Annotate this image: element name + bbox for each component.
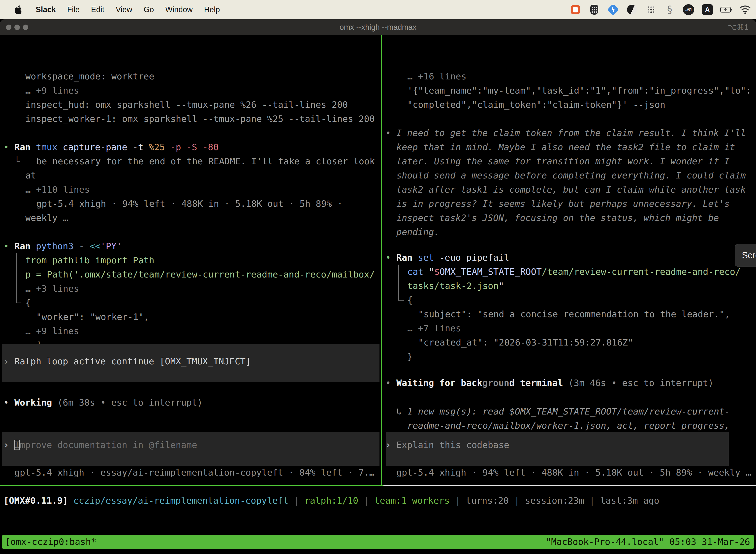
output-json-line: } bbox=[407, 349, 413, 364]
window-shortcut-badge: ⌥⌘1 bbox=[728, 19, 749, 35]
text-cursor: I bbox=[14, 440, 20, 450]
working-bullet: • bbox=[3, 395, 9, 409]
code-line: from pathlib import Path bbox=[25, 253, 154, 267]
menu-item-help[interactable]: Help bbox=[204, 5, 220, 14]
working-meta: (6m 38s • esc to interrupt) bbox=[57, 397, 202, 407]
screen-record-icon[interactable] bbox=[569, 4, 581, 16]
contrast-icon[interactable] bbox=[626, 4, 638, 16]
menu-item-window[interactable]: Window bbox=[165, 5, 192, 14]
omx-project-path: cczip/essay/ai-reimplementation-copyleft bbox=[73, 495, 289, 506]
spark-icon[interactable]: ϟ bbox=[607, 4, 619, 16]
command-name: tmux bbox=[36, 142, 63, 152]
clip-icon[interactable]: § bbox=[664, 4, 676, 16]
flag: -p bbox=[170, 142, 187, 152]
output-json-line: { bbox=[407, 293, 413, 307]
ran-bullet: • bbox=[3, 140, 9, 154]
command-output-line: be necessary for the end of the README. … bbox=[36, 154, 375, 168]
window-title-bar: omx --xhigh --madmax ⌥⌘1 bbox=[0, 19, 756, 35]
separator: | bbox=[450, 495, 466, 506]
path: /team/review-current-readme-and-reco/ bbox=[542, 267, 741, 277]
thinking-line: should send a message before completing … bbox=[396, 168, 746, 182]
message-line: readme-and-reco/mailbox/worker-1.json, a… bbox=[407, 419, 730, 433]
heredoc-operator: << bbox=[89, 241, 100, 251]
separator: | bbox=[359, 495, 375, 506]
flag: -80 bbox=[203, 142, 219, 152]
output-corner-glyph: └ bbox=[14, 154, 20, 168]
keypad-icon[interactable] bbox=[588, 4, 600, 16]
wifi-icon[interactable] bbox=[739, 4, 751, 16]
pane-border-active bbox=[0, 485, 383, 486]
agent-status-line-left: gpt-5.4 xhigh · essay/ai-reimplementatio… bbox=[14, 465, 375, 480]
collapsed-lines-indicator: … +9 lines bbox=[25, 84, 79, 98]
waiting-label: d terminal bbox=[509, 378, 568, 388]
omx-status-line: [OMX#0.11.9] cczip/essay/ai-reimplementa… bbox=[3, 493, 659, 508]
waiting-bullet: • bbox=[385, 376, 391, 390]
terminal-line: inspect_hud: omx sparkshell --tmux-pane … bbox=[25, 98, 348, 112]
apple-icon[interactable] bbox=[12, 4, 24, 16]
heredoc-tag: 'PY' bbox=[101, 241, 122, 251]
thinking-bullet: • bbox=[385, 126, 391, 140]
omx-session-time: session:23m bbox=[525, 495, 584, 506]
agent-status-line-right: gpt-5.4 xhigh · 94% left · 488K in · 5.1… bbox=[396, 465, 751, 480]
menu-item-edit[interactable]: Edit bbox=[91, 5, 104, 14]
tmux-host-clock: "MacBook-Pro-44.local" 05:03 31-Mar-26 bbox=[546, 535, 750, 549]
badge-61-icon[interactable]: ..61 bbox=[683, 4, 694, 16]
screen-overlay-tooltip: Scre bbox=[735, 244, 756, 267]
quote: " bbox=[429, 267, 434, 277]
menu-item-file[interactable]: File bbox=[67, 5, 80, 14]
ran-label: Ran bbox=[14, 142, 36, 152]
prompt-placeholder-right[interactable]: Explain this codebase bbox=[396, 438, 509, 452]
command-output-line: gpt-5.4 xhigh · 94% left · 488K in · 5.1… bbox=[36, 197, 342, 211]
command-name: set bbox=[418, 253, 440, 263]
thinking-line: later. Using the same for transition mig… bbox=[396, 154, 730, 168]
menu-item-go[interactable]: Go bbox=[144, 5, 154, 14]
command-output-line: at bbox=[25, 168, 36, 182]
collapsed-lines-indicator: … +3 lines bbox=[25, 281, 79, 296]
tmux-session-name[interactable]: [omx-cczip0:bash* bbox=[5, 535, 96, 549]
prompt-placeholder-left[interactable]: Improve documentation in @filename bbox=[14, 438, 197, 452]
terminal-line: "completed","claim_token":"claim-token"}… bbox=[407, 98, 665, 112]
terminal-window[interactable]: workspace_mode: worktree … +9 lines insp… bbox=[0, 35, 756, 554]
output-json-line: "worker": "worker-1", bbox=[36, 310, 149, 324]
code-line: p = Path('.omx/state/team/review-current… bbox=[25, 267, 375, 281]
path: tasks/task-2.json bbox=[407, 281, 499, 291]
output-json-line: "subject": "send a concise recommendatio… bbox=[418, 307, 730, 321]
quote: " bbox=[499, 281, 504, 291]
omx-team-workers: team:1 workers bbox=[375, 495, 450, 506]
omx-ralph-counter: ralph:1/10 bbox=[305, 495, 359, 506]
prompt-chevron: › bbox=[3, 438, 9, 452]
window-title: omx --xhigh --madmax bbox=[0, 19, 756, 35]
code-line: tasks/task-2.json" bbox=[407, 279, 504, 293]
separator: | bbox=[509, 495, 525, 506]
pane-id-arg: %25 bbox=[149, 142, 170, 152]
subcommand: capture-pane bbox=[63, 142, 133, 152]
ran-bullet: • bbox=[3, 239, 9, 253]
waiting-meta: (3m 46s • esc to interrupt) bbox=[568, 378, 713, 388]
working-status-line: Working (6m 38s • esc to interrupt) bbox=[14, 395, 203, 409]
ran-command-line: Ran python3 - <<'PY' bbox=[14, 239, 122, 253]
menu-item-view[interactable]: View bbox=[116, 5, 132, 14]
omx-turns: turns:20 bbox=[466, 495, 509, 506]
menu-item-slack[interactable]: Slack bbox=[36, 5, 56, 14]
dots-grid-icon[interactable] bbox=[645, 4, 657, 16]
input-source-icon[interactable]: A bbox=[701, 4, 713, 16]
thinking-line: I need to get the claim token from the c… bbox=[396, 126, 746, 140]
tmux-date: 31-Mar-26 bbox=[702, 537, 750, 547]
separator: | bbox=[584, 495, 600, 506]
thinking-line: inspect task2's JSON, focusing on the st… bbox=[396, 211, 719, 225]
tmux-status-bar: [omx-cczip0:bash* "MacBook-Pro-44.local"… bbox=[2, 535, 754, 549]
omx-version: [OMX#0.11.9] bbox=[3, 495, 73, 506]
code-block-rule-corner bbox=[398, 300, 404, 300]
battery-icon[interactable] bbox=[720, 4, 732, 16]
thinking-line: task2 after task1 is complete, but can I… bbox=[396, 182, 746, 197]
message-arrow: ↳ bbox=[396, 404, 402, 419]
working-label: Working bbox=[14, 397, 57, 407]
output-json-line: { bbox=[25, 296, 31, 310]
waiting-status-line: Waiting for background terminal (3m 46s … bbox=[396, 376, 713, 390]
pane-border-inactive bbox=[383, 485, 756, 486]
pane-divider[interactable] bbox=[381, 35, 382, 486]
env-var: OMX_TEAM_STATE_ROOT bbox=[440, 267, 542, 277]
ran-label: Ran bbox=[396, 253, 418, 263]
collapsed-lines-indicator: … +16 lines bbox=[407, 69, 466, 84]
separator: | bbox=[289, 495, 305, 506]
